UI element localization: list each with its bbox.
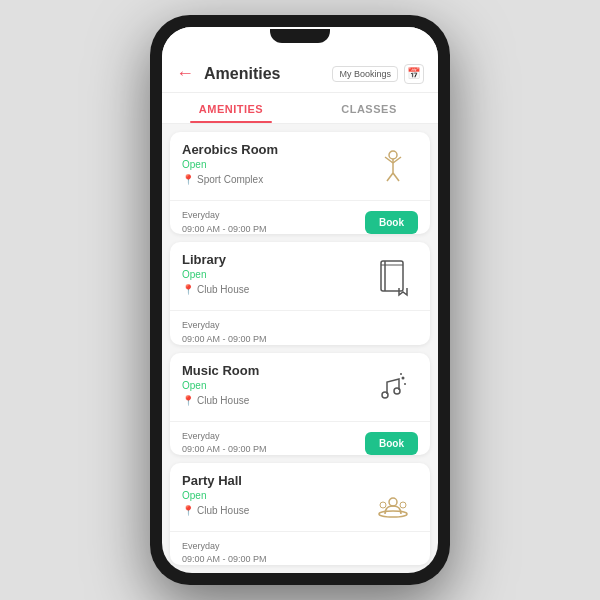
amenity-icon-aerobics	[368, 142, 418, 192]
amenity-icon-library	[368, 252, 418, 302]
svg-point-0	[389, 151, 397, 159]
amenity-card-library: Library Open 📍 Club House	[170, 242, 430, 344]
location-icon: 📍	[182, 395, 194, 406]
svg-point-15	[389, 498, 397, 506]
amenity-schedule: Everyday 09:00 AM - 09:00 PM	[182, 209, 267, 234]
amenity-schedule: Everyday 09:00 AM - 09:00 PM	[182, 540, 267, 565]
svg-point-14	[379, 511, 407, 517]
tab-amenities[interactable]: AMENITIES	[162, 93, 300, 123]
amenity-card-party: Party Hall Open 📍 Club House	[170, 463, 430, 565]
header-actions: My Bookings 📅	[332, 64, 424, 84]
page-title: Amenities	[204, 65, 332, 83]
amenity-status: Open	[182, 269, 368, 280]
svg-point-16	[380, 502, 386, 508]
svg-line-4	[387, 173, 393, 181]
amenity-location: 📍 Club House	[182, 505, 368, 516]
svg-point-12	[404, 383, 406, 385]
amenity-icon-party	[368, 473, 418, 523]
amenities-list: Aerobics Room Open 📍 Sport Complex	[162, 124, 438, 573]
svg-point-17	[400, 502, 406, 508]
amenity-location: 📍 Club House	[182, 395, 368, 406]
amenity-card-aerobics: Aerobics Room Open 📍 Sport Complex	[170, 132, 430, 234]
back-button[interactable]: ←	[176, 63, 194, 84]
amenity-status: Open	[182, 380, 368, 391]
book-button-music[interactable]: Book	[365, 432, 418, 455]
amenity-location: 📍 Club House	[182, 284, 368, 295]
amenity-status: Open	[182, 159, 368, 170]
amenity-location: 📍 Sport Complex	[182, 174, 368, 185]
amenity-icon-music	[368, 363, 418, 413]
amenity-status: Open	[182, 490, 368, 501]
phone-notch	[270, 29, 330, 43]
calendar-icon[interactable]: 📅	[404, 64, 424, 84]
location-icon: 📍	[182, 505, 194, 516]
amenity-name: Aerobics Room	[182, 142, 368, 157]
book-button-aerobics[interactable]: Book	[365, 211, 418, 234]
svg-point-13	[400, 373, 402, 375]
header: ← Amenities My Bookings 📅	[162, 55, 438, 93]
svg-line-3	[393, 157, 401, 163]
svg-line-5	[393, 173, 399, 181]
amenity-name: Music Room	[182, 363, 368, 378]
phone-screen: ← Amenities My Bookings 📅 AMENITIES CLAS…	[162, 27, 438, 573]
amenity-schedule: Everyday 09:00 AM - 09:00 PM	[182, 319, 267, 344]
phone-shell: ← Amenities My Bookings 📅 AMENITIES CLAS…	[150, 15, 450, 585]
tab-classes[interactable]: CLASSES	[300, 93, 438, 123]
my-bookings-button[interactable]: My Bookings	[332, 66, 398, 82]
svg-point-11	[402, 376, 405, 379]
amenity-name: Library	[182, 252, 368, 267]
amenity-name: Party Hall	[182, 473, 368, 488]
location-icon: 📍	[182, 284, 194, 295]
svg-line-2	[385, 157, 393, 163]
amenity-card-music: Music Room Open 📍 Club House	[170, 353, 430, 455]
svg-point-9	[382, 392, 388, 398]
amenity-schedule: Everyday 09:00 AM - 09:00 PM	[182, 430, 267, 455]
location-icon: 📍	[182, 174, 194, 185]
tabs: AMENITIES CLASSES	[162, 93, 438, 124]
svg-point-10	[394, 388, 400, 394]
